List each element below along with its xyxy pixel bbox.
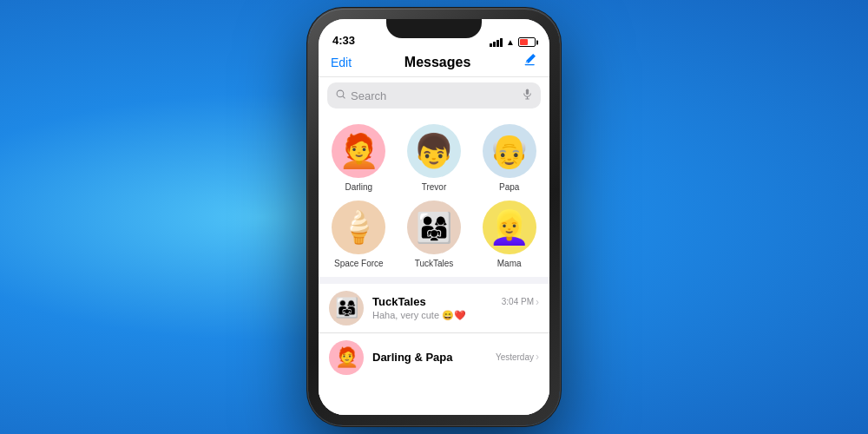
search-icon [336,89,345,102]
pinned-contact-tucktales[interactable]: 👨‍👩‍👧 TuckTales [401,201,468,268]
search-placeholder: Search [351,89,517,102]
battery-icon [518,37,536,47]
pinned-contact-trevor[interactable]: 👦 Trevor [401,124,468,192]
phone-wrapper: 4:33 ▲ Edit Messages [308,9,560,425]
svg-rect-0 [525,64,535,65]
svg-line-2 [343,96,345,99]
msg-name-tucktales: TuckTales [372,295,426,308]
pinned-name-darling: Darling [345,182,372,192]
pinned-name-trevor: Trevor [422,182,447,192]
avatar-tucktales: 👨‍👩‍👧 [407,201,461,254]
notch [386,19,482,38]
msg-content-tucktales: TuckTales 3:04 PM › Haha, very cute 😄❤️ [372,295,539,321]
pinned-contact-mama[interactable]: 👱‍♀️ Mama [476,201,542,268]
phone-screen: 4:33 ▲ Edit Messages [319,19,549,415]
message-item-darling-papa[interactable]: 🧑‍🦰 Darling & Papa Yesterday › [319,333,549,382]
msg-content-darling-papa: Darling & Papa Yesterday › [372,351,539,365]
msg-name-darling-papa: Darling & Papa [372,351,452,364]
message-list: 👨‍👩‍👧 TuckTales 3:04 PM › [319,284,549,415]
avatar-space-force: 🍦 [332,201,385,254]
chevron-icon-2: › [536,351,539,363]
page-title: Messages [404,55,471,70]
content-area: 🧑‍🦰 Darling 👦 Trevor 👴 [319,114,549,415]
msg-header-darling-papa: Darling & Papa Yesterday › [372,351,539,364]
edit-button[interactable]: Edit [331,56,352,69]
msg-header-tucktales: TuckTales 3:04 PM › [372,295,539,308]
message-item-tucktales[interactable]: 👨‍👩‍👧 TuckTales 3:04 PM › [319,284,549,333]
status-icons: ▲ [490,37,536,47]
phone-frame: 4:33 ▲ Edit Messages [308,9,560,425]
avatar-mama: 👱‍♀️ [483,201,536,254]
search-input[interactable]: Search [327,82,541,108]
wifi-icon: ▲ [506,37,515,47]
pinned-contacts-grid: 🧑‍🦰 Darling 👦 Trevor 👴 [319,114,549,277]
msg-avatar-darling-papa: 🧑‍🦰 [329,340,364,375]
avatar-trevor: 👦 [407,124,461,178]
nav-bar: Edit Messages [319,50,549,77]
compose-button[interactable] [523,54,537,71]
msg-time-darling-papa: Yesterday › [496,351,539,363]
mic-icon [523,89,532,102]
msg-time-tucktales: 3:04 PM › [502,296,539,308]
pinned-contact-space-force[interactable]: 🍦 Space Force [326,201,392,268]
avatar-papa: 👴 [483,124,536,178]
pinned-name-tucktales: TuckTales [415,259,454,268]
pinned-name-mama: Mama [497,259,522,268]
pinned-contact-papa[interactable]: 👴 Papa [476,124,542,192]
svg-rect-3 [526,89,529,95]
svg-point-1 [337,90,344,97]
search-bar: Search [319,77,549,114]
pinned-name-space-force: Space Force [334,259,384,268]
signal-icon [490,38,503,47]
msg-preview-tucktales: Haha, very cute 😄❤️ [372,310,539,321]
chevron-icon: › [536,296,539,308]
msg-avatar-tucktales: 👨‍👩‍👧 [329,291,364,326]
pinned-contact-darling[interactable]: 🧑‍🦰 Darling [326,124,392,192]
avatar-darling: 🧑‍🦰 [332,124,385,178]
pinned-name-papa: Papa [499,182,519,192]
